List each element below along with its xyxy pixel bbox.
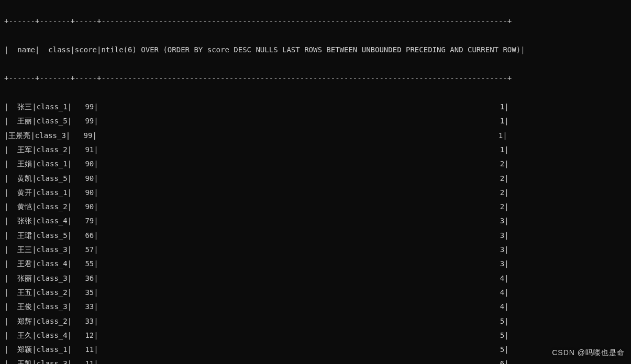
table-row: | 张三|class_1| 99| 1| bbox=[4, 100, 627, 114]
table-row: | 黄恺|class_2| 90| 2| bbox=[4, 200, 627, 214]
table-border-mid: +------+-------+-----+------------------… bbox=[4, 71, 627, 85]
table-row: | 张张|class_4| 79| 3| bbox=[4, 214, 627, 228]
table-row: | 王俊|class_3| 33| 4| bbox=[4, 300, 627, 314]
table-row: | 王三|class_3| 57| 3| bbox=[4, 243, 627, 257]
table-row: | 郑颖|class_1| 11| 5| bbox=[4, 343, 627, 357]
terminal-output: +------+-------+-----+------------------… bbox=[0, 0, 631, 364]
table-row: | 张丽|class_3| 36| 4| bbox=[4, 271, 627, 286]
table-row: | 王君|class_4| 55| 3| bbox=[4, 257, 627, 271]
table-row: | 黄凯|class_5| 90| 2| bbox=[4, 172, 627, 186]
table-row: | 王凯|class_3| 11| 6| bbox=[4, 357, 627, 364]
table-header-row: | name| class|score|ntile(6) OVER (ORDER… bbox=[4, 43, 627, 57]
table-row: |王景亮|class_3| 99| 1| bbox=[4, 129, 627, 143]
table-row: | 王军|class_2| 91| 1| bbox=[4, 143, 627, 157]
watermark: CSDN @吗喽也是命 bbox=[552, 346, 625, 360]
table-border-top: +------+-------+-----+------------------… bbox=[4, 14, 627, 28]
table-row: | 王娟|class_1| 90| 2| bbox=[4, 157, 627, 171]
table-row: | 王丽|class_5| 99| 1| bbox=[4, 114, 627, 128]
table-row: | 王五|class_2| 35| 4| bbox=[4, 286, 627, 300]
table-row: | 黄开|class_1| 90| 2| bbox=[4, 186, 627, 200]
table-row: | 王久|class_4| 12| 5| bbox=[4, 328, 627, 343]
table-row: | 王珺|class_5| 66| 3| bbox=[4, 229, 627, 243]
table-row: | 郑辉|class_2| 33| 5| bbox=[4, 314, 627, 328]
